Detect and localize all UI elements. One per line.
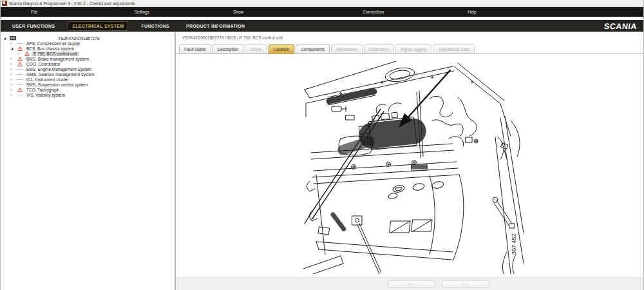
tree-item-bms[interactable]: ▷ BMS, Brake management system — [1, 56, 175, 61]
tree-item-vis[interactable]: ▷ VIS, Visibility system — [1, 92, 175, 97]
app-icon — [2, 1, 7, 6]
tree-item-label: COO, Coordinator — [24, 62, 62, 66]
tree-item-label: EMS, Engine Management System — [24, 67, 93, 72]
tab-components[interactable]: Components — [296, 44, 330, 53]
figure-number: 307 452 — [511, 233, 517, 255]
expander-icon[interactable]: ▷ — [10, 77, 14, 81]
tree-item-bcs[interactable]: ◢ BCS, Bus chassis system — [1, 46, 175, 51]
menu-item[interactable]: Settings — [134, 10, 149, 14]
no-fault-icon — [17, 67, 23, 72]
expander-icon[interactable]: ◢ — [10, 46, 14, 50]
content-panel: YS2K4X20001867279 / BCS / E 750, BCS con… — [176, 32, 643, 290]
tree-item-label: BMS, Brake management system — [24, 57, 91, 61]
truck-compartment-drawing: 307 452 — [303, 61, 524, 274]
tab-adjustment: Adjustment — [331, 44, 363, 53]
warning-icon — [24, 52, 30, 56]
tree-item-label: VIS, Visibility system — [24, 93, 67, 97]
warning-icon — [17, 88, 23, 92]
expander-icon[interactable]: ▷ — [10, 82, 14, 86]
tree-item-aps[interactable]: ▷ APS, Compressed air supply — [1, 41, 175, 46]
expander-icon[interactable]: ▷ — [17, 52, 21, 55]
expander-icon[interactable]: ▷ — [10, 41, 14, 45]
tree-item-label: ICL, Instrument cluster — [24, 77, 70, 82]
app-window: Scania Diagnos & Programmer 3 - 2.61.2 -… — [0, 0, 644, 290]
previous-page-button[interactable]: << — [388, 280, 435, 288]
cable-bundle — [417, 91, 478, 158]
tree-item-label: GMS, Gearbox management system — [24, 72, 97, 77]
tree-item-ys2k4x20001867279[interactable]: ◢ YS2K4X20001867279 — [1, 35, 175, 41]
menu-bar: File Settings Show Connection Help — [1, 7, 643, 17]
vehicle-icon — [10, 35, 16, 41]
no-fault-icon — [17, 82, 23, 87]
tree-item-label: SMS, Suspension control system — [24, 82, 90, 87]
menu-item[interactable]: Show — [233, 10, 243, 14]
no-fault-icon — [17, 93, 23, 97]
expander-icon[interactable]: ▷ — [10, 62, 14, 66]
tree-item-label: YS2K4X20001867279 — [56, 36, 101, 41]
expander-icon[interactable]: ▷ — [10, 88, 14, 92]
expander-icon[interactable]: ▷ — [10, 57, 14, 61]
nav-tab-user-functions[interactable]: USER FUNCTIONS — [8, 22, 59, 30]
menu-item[interactable]: Help — [468, 10, 476, 14]
no-fault-icon — [17, 41, 23, 46]
tab-calibration: Calibration — [364, 44, 394, 53]
tab-signal-logging: Signal logging — [395, 44, 432, 53]
location-view: 307 452 — [176, 54, 643, 277]
breadcrumb: YS2K4X20001867279 / BCS / E 750, BCS con… — [176, 32, 643, 43]
tab-operational-data: Operational data — [433, 44, 474, 53]
no-fault-icon — [17, 72, 23, 77]
right-structure — [493, 116, 524, 274]
location-illustration: 307 452 — [303, 61, 524, 274]
tree-item-label: APS, Compressed air supply — [24, 41, 82, 46]
front-panel — [303, 168, 464, 274]
warning-icon — [17, 46, 23, 51]
tab-description[interactable]: Description — [213, 44, 244, 53]
window-title: Scania Diagnos & Programmer 3 - 2.61.2 -… — [9, 1, 135, 6]
pager-bar: << >> — [176, 277, 643, 290]
nav-tab-electrical-system[interactable]: ELECTRICAL SYSTEM — [68, 21, 128, 31]
title-bar: Scania Diagnos & Programmer 3 - 2.61.2 -… — [1, 0, 643, 7]
menu-item[interactable]: Connection — [363, 10, 384, 14]
next-page-button[interactable]: >> — [442, 280, 489, 288]
expander-icon[interactable]: ◢ — [3, 36, 7, 40]
system-tree-panel: ◢ YS2K4X20001867279 ▷ APS, Compressed ai… — [1, 32, 176, 290]
tree-item-sms[interactable]: ▷ SMS, Suspension control system — [1, 82, 175, 87]
tree-item-coo[interactable]: ▷ COO, Coordinator — [1, 61, 175, 66]
expander-icon[interactable]: ▷ — [10, 67, 14, 71]
tree-item-ems[interactable]: ▷ EMS, Engine Management System — [1, 66, 175, 72]
warning-icon — [17, 62, 23, 66]
tree-item-icl[interactable]: ▷ ICL, Instrument cluster — [1, 77, 175, 82]
scania-logo: SCANIA — [603, 22, 637, 31]
menu-item[interactable]: File — [31, 10, 37, 14]
tab-location[interactable]: Location — [269, 44, 295, 54]
no-fault-icon — [17, 77, 23, 82]
tree-item-label: E 750, BCS control unit — [32, 52, 79, 56]
tree-item-e-750[interactable]: ▷ E 750, BCS control unit — [1, 51, 175, 56]
tree-item-label: TCO, Tachograph — [24, 88, 61, 92]
tab-fault-codes[interactable]: Fault codes — [179, 44, 211, 53]
main-nav-bar: USER FUNCTIONS ELECTRICAL SYSTEM FUNCTIO… — [1, 20, 643, 32]
left-brackets — [307, 175, 385, 274]
tab-check: Check — [245, 44, 267, 53]
warning-icon — [17, 57, 23, 61]
expander-icon[interactable]: ▷ — [10, 72, 14, 76]
expander-icon[interactable]: ▷ — [10, 93, 14, 97]
tree-item-tco[interactable]: ▷ TCO, Tachograph — [1, 87, 175, 92]
tree-item-label: BCS, Bus chassis system — [24, 46, 76, 51]
nav-tab-product-information[interactable]: PRODUCT INFORMATION — [182, 22, 249, 30]
tree-item-gms[interactable]: ▷ GMS, Gearbox management system — [1, 72, 175, 77]
unit-wiring — [376, 103, 401, 113]
function-tab-strip: Fault codes Description Check Location C… — [176, 43, 643, 54]
nav-tab-functions[interactable]: FUNCTIONS — [137, 22, 173, 30]
